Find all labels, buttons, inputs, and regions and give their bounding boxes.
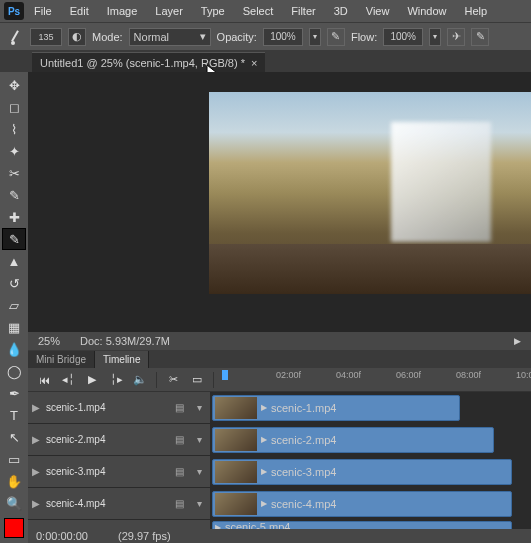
track-header[interactable]: ▶ scenic-2.mp4 ▤ ▾ <box>28 424 210 455</box>
video-clip[interactable]: ▶ scenic-3.mp4 <box>212 459 512 485</box>
clip-label: scenic-1.mp4 <box>271 402 336 414</box>
crop-tool-icon[interactable]: ✂ <box>2 162 26 184</box>
wand-tool-icon[interactable]: ✦ <box>2 140 26 162</box>
disclosure-icon[interactable]: ▶ <box>32 466 40 477</box>
menu-layer[interactable]: Layer <box>147 2 191 20</box>
timeline-ruler[interactable]: 02:00f 04:00f 06:00f 08:00f 10:00f <box>220 368 525 392</box>
track-lane[interactable]: ▶ scenic-4.mp4 <box>210 488 531 519</box>
menu-filter[interactable]: Filter <box>283 2 323 20</box>
tab-mini-bridge[interactable]: Mini Bridge <box>28 351 95 368</box>
clip-thumbnail <box>215 397 257 419</box>
track-lane[interactable]: ▶ scenic-1.mp4 <box>210 392 531 423</box>
split-clip-icon[interactable]: ✂ <box>163 371 183 389</box>
ruler-tick: 08:00f <box>456 370 481 380</box>
track-lane[interactable]: ▶ scenic-5.mp4 <box>210 520 531 529</box>
quick-mask-icon[interactable]: ▣ <box>2 538 26 543</box>
track-menu-icon[interactable]: ▾ <box>192 497 206 511</box>
disclosure-icon[interactable]: ▶ <box>32 402 40 413</box>
stamp-tool-icon[interactable]: ▲ <box>2 250 26 272</box>
close-tab-icon[interactable]: × <box>251 57 257 69</box>
prev-frame-icon[interactable]: ◂╎ <box>58 371 78 389</box>
menu-view[interactable]: View <box>358 2 398 20</box>
status-arrow-icon[interactable]: ▶ <box>514 336 521 346</box>
track-menu-icon[interactable]: ▾ <box>192 465 206 479</box>
track-name: scenic-3.mp4 <box>46 466 166 477</box>
track-header[interactable]: ▶ scenic-4.mp4 ▤ ▾ <box>28 488 210 519</box>
video-clip[interactable]: ▶ scenic-4.mp4 <box>212 491 512 517</box>
brush-tool-icon[interactable]: ✎ <box>2 228 26 250</box>
canvas-image[interactable] <box>209 92 531 294</box>
zoom-tool-icon[interactable]: 🔍 <box>2 492 26 514</box>
filmstrip-icon[interactable]: ▤ <box>172 465 186 479</box>
healing-tool-icon[interactable]: ✚ <box>2 206 26 228</box>
marquee-tool-icon[interactable]: ◻ <box>2 96 26 118</box>
document-tab[interactable]: Untitled1 @ 25% (scenic-1.mp4, RGB/8) * … <box>32 52 265 72</box>
clip-thumbnail <box>215 493 257 515</box>
transition-icon[interactable]: ▭ <box>187 371 207 389</box>
ruler-tick: 06:00f <box>396 370 421 380</box>
filmstrip-icon[interactable]: ▤ <box>172 401 186 415</box>
next-frame-icon[interactable]: ╎▸ <box>106 371 126 389</box>
eyedropper-tool-icon[interactable]: ✎ <box>2 184 26 206</box>
opacity-dropdown-icon[interactable]: ▾ <box>309 28 321 46</box>
track-header[interactable] <box>28 520 210 529</box>
blend-mode-select[interactable]: Normal▾ <box>129 28 211 46</box>
menu-3d[interactable]: 3D <box>326 2 356 20</box>
disclosure-icon[interactable]: ▶ <box>32 434 40 445</box>
menu-select[interactable]: Select <box>235 2 282 20</box>
menu-file[interactable]: File <box>26 2 60 20</box>
zoom-level[interactable]: 25% <box>38 335 60 347</box>
mute-icon[interactable]: 🔈 <box>130 371 150 389</box>
filmstrip-icon[interactable]: ▤ <box>172 497 186 511</box>
move-tool-icon[interactable]: ✥ <box>2 74 26 96</box>
airbrush-icon[interactable]: ✈ <box>447 28 465 46</box>
blur-tool-icon[interactable]: 💧 <box>2 338 26 360</box>
timecode[interactable]: 0:00:00:00 <box>36 530 88 542</box>
playhead-icon[interactable] <box>220 368 228 392</box>
menu-type[interactable]: Type <box>193 2 233 20</box>
pressure-size-icon[interactable]: ◐ <box>68 28 86 46</box>
menu-edit[interactable]: Edit <box>62 2 97 20</box>
gradient-tool-icon[interactable]: ▦ <box>2 316 26 338</box>
menu-help[interactable]: Help <box>457 2 496 20</box>
track-header[interactable]: ▶ scenic-3.mp4 ▤ ▾ <box>28 456 210 487</box>
brush-tool-icon[interactable] <box>6 28 24 46</box>
opacity-input[interactable]: 100% <box>263 28 303 46</box>
track-header[interactable]: ▶ scenic-1.mp4 ▤ ▾ <box>28 392 210 423</box>
track-name: scenic-2.mp4 <box>46 434 166 445</box>
tab-timeline[interactable]: Timeline <box>95 351 149 368</box>
history-brush-tool-icon[interactable]: ↺ <box>2 272 26 294</box>
video-clip[interactable]: ▶ scenic-2.mp4 <box>212 427 494 453</box>
canvas-area <box>28 72 531 332</box>
flow-dropdown-icon[interactable]: ▾ <box>429 28 441 46</box>
pressure-opacity-icon[interactable]: ✎ <box>327 28 345 46</box>
video-clip[interactable]: ▶ scenic-5.mp4 <box>212 521 512 529</box>
brush-size-picker[interactable]: 135 <box>30 28 62 46</box>
eraser-tool-icon[interactable]: ▱ <box>2 294 26 316</box>
dodge-tool-icon[interactable]: ◯ <box>2 360 26 382</box>
pen-tool-icon[interactable]: ✒ <box>2 382 26 404</box>
hand-tool-icon[interactable]: ✋ <box>2 470 26 492</box>
tablet-pressure-icon[interactable]: ✎ <box>471 28 489 46</box>
menu-image[interactable]: Image <box>99 2 146 20</box>
lasso-tool-icon[interactable]: ⌇ <box>2 118 26 140</box>
path-tool-icon[interactable]: ↖ <box>2 426 26 448</box>
track-menu-icon[interactable]: ▾ <box>192 401 206 415</box>
go-start-icon[interactable]: ⏮ <box>34 371 54 389</box>
document-tab-bar: Untitled1 @ 25% (scenic-1.mp4, RGB/8) * … <box>0 50 531 72</box>
track-lane[interactable]: ▶ scenic-2.mp4 <box>210 424 531 455</box>
track-row: ▶ scenic-4.mp4 ▤ ▾ ▶ scenic-4.mp4 <box>28 488 531 520</box>
filmstrip-icon[interactable]: ▤ <box>172 433 186 447</box>
track-menu-icon[interactable]: ▾ <box>192 433 206 447</box>
foreground-color-swatch[interactable] <box>4 518 24 538</box>
flow-input[interactable]: 100% <box>383 28 423 46</box>
video-clip[interactable]: ▶ scenic-1.mp4 <box>212 395 460 421</box>
play-icon[interactable]: ▶ <box>82 371 102 389</box>
track-lane[interactable]: ▶ scenic-3.mp4 <box>210 456 531 487</box>
clip-label: scenic-3.mp4 <box>271 466 336 478</box>
disclosure-icon[interactable]: ▶ <box>32 498 40 509</box>
menu-window[interactable]: Window <box>399 2 454 20</box>
mode-label: Mode: <box>92 31 123 43</box>
shape-tool-icon[interactable]: ▭ <box>2 448 26 470</box>
type-tool-icon[interactable]: T <box>2 404 26 426</box>
